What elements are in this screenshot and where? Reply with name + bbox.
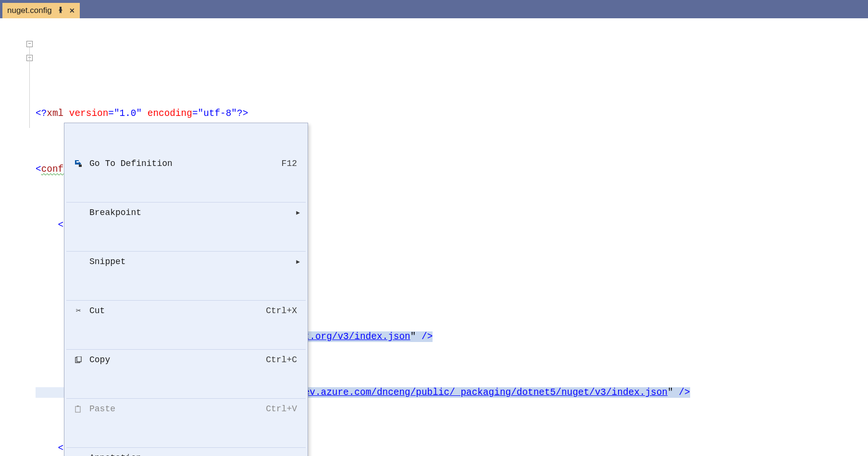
pin-icon[interactable]: [58, 7, 63, 15]
menu-label: Breakpoint: [87, 206, 296, 220]
menu-shortcut: Ctrl+C: [266, 353, 300, 367]
menu-shortcut: Ctrl+X: [266, 304, 300, 318]
gutter: − −: [0, 23, 36, 93]
svg-rect-3: [75, 406, 80, 412]
menu-label: Annotation: [87, 451, 296, 456]
submenu-arrow-icon: ▶: [296, 255, 300, 269]
menu-item-annotation[interactable]: Annotation ▶: [66, 447, 306, 456]
menu-item-goto-definition[interactable]: Go To Definition F12: [66, 153, 306, 174]
code-line[interactable]: <?xml version="1.0" encoding="utf-8"?>: [36, 107, 868, 121]
fold-toggle[interactable]: −: [26, 41, 33, 47]
cut-icon: ✂: [70, 304, 87, 318]
close-icon[interactable]: ✕: [69, 7, 75, 14]
menu-item-cut[interactable]: ✂ Cut Ctrl+X: [66, 300, 306, 321]
editor-tab[interactable]: nuget.config ✕: [2, 3, 80, 18]
menu-item-paste: Paste Ctrl+V: [66, 398, 306, 419]
submenu-arrow-icon: ▶: [296, 451, 300, 456]
fold-guide: [29, 47, 30, 128]
code-editor[interactable]: − − <?xml version="1.0" encoding="utf-8"…: [0, 18, 868, 456]
menu-label: Go To Definition: [87, 157, 282, 171]
menu-shortcut: Ctrl+V: [266, 402, 300, 416]
menu-label: Paste: [87, 402, 266, 416]
menu-item-copy[interactable]: Copy Ctrl+C: [66, 349, 306, 370]
tab-title: nuget.config: [7, 6, 52, 15]
svg-rect-2: [77, 356, 81, 362]
menu-label: Copy: [87, 353, 266, 367]
paste-icon: [70, 405, 87, 413]
svg-rect-4: [77, 405, 79, 407]
menu-item-snippet[interactable]: Snippet ▶: [66, 251, 306, 272]
copy-icon: [70, 356, 87, 364]
menu-label: Cut: [87, 304, 266, 318]
menu-label: Snippet: [87, 255, 296, 269]
menu-shortcut: F12: [282, 157, 300, 171]
title-bar: nuget.config ✕: [0, 0, 868, 18]
goto-definition-icon: [70, 159, 87, 168]
svg-rect-0: [79, 165, 82, 167]
context-menu: Go To Definition F12 Breakpoint ▶ Snippe…: [64, 123, 308, 456]
menu-item-breakpoint[interactable]: Breakpoint ▶: [66, 202, 306, 223]
submenu-arrow-icon: ▶: [296, 206, 300, 220]
